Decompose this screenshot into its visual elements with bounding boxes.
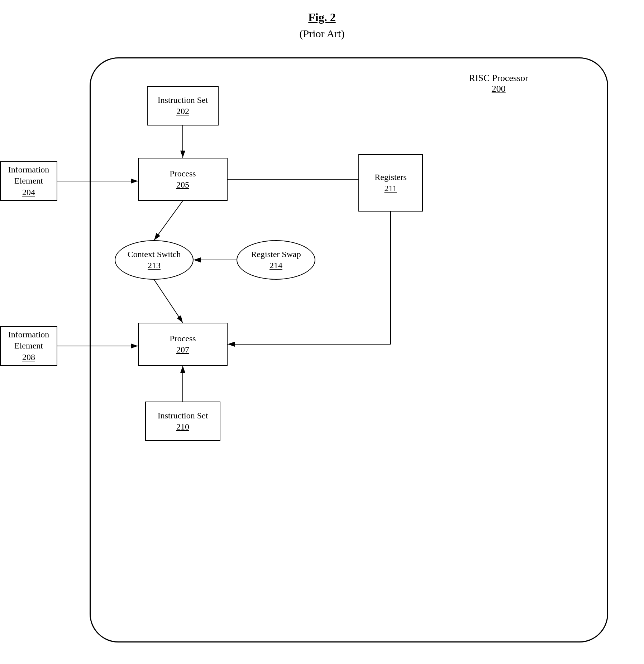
information-element-204: Information Element 204 bbox=[0, 161, 57, 201]
information-element-208: Information Element 208 bbox=[0, 326, 57, 366]
page-subtitle: (Prior Art) bbox=[0, 28, 644, 40]
process-205: Process 205 bbox=[138, 158, 228, 201]
instruction-set-210: Instruction Set 210 bbox=[145, 402, 220, 441]
registers-211: Registers 211 bbox=[358, 154, 423, 212]
context-switch-213: Context Switch 213 bbox=[115, 240, 194, 280]
process-207: Process 207 bbox=[138, 323, 228, 366]
instruction-set-202: Instruction Set 202 bbox=[147, 86, 219, 125]
page-title: Fig. 2 bbox=[0, 0, 644, 24]
risc-processor-label: RISC Processor 200 bbox=[469, 73, 528, 94]
register-swap-214: Register Swap 214 bbox=[237, 240, 315, 280]
